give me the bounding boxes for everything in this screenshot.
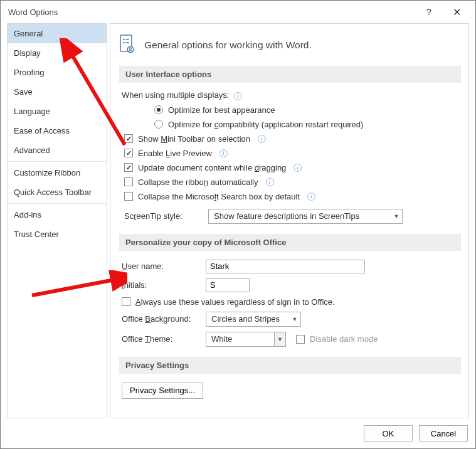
dialog-footer: OK Cancel [1, 418, 475, 448]
info-icon[interactable] [219, 149, 228, 157]
checkbox-icon [124, 192, 133, 201]
multi-displays-label: When using multiple displays: [122, 89, 461, 103]
checkbox-icon [124, 163, 133, 172]
checkbox-icon [124, 149, 133, 157]
sidebar-item-customize-ribbon[interactable]: Customize Ribbon [8, 163, 107, 182]
radio-icon [154, 120, 163, 129]
sidebar-item-save[interactable]: Save [8, 82, 107, 102]
close-button[interactable]: ✕ [443, 2, 470, 22]
username-label: User name: [122, 261, 201, 271]
sidebar-item-ease-of-access[interactable]: Ease of Access [8, 121, 107, 140]
word-options-dialog: Word Options ? ✕ General Display Proofin… [0, 0, 476, 449]
sidebar-item-proofing[interactable]: Proofing [8, 63, 107, 82]
check-live-preview[interactable]: Enable Live Preview [122, 146, 461, 161]
info-icon[interactable] [307, 193, 315, 201]
sidebar-item-advanced[interactable]: Advanced [8, 140, 107, 160]
sidebar-item-add-ins[interactable]: Add-ins [8, 205, 107, 224]
initials-input[interactable] [206, 278, 250, 292]
chevron-down-icon: ▼ [391, 209, 402, 223]
info-icon[interactable] [234, 92, 242, 100]
ok-button[interactable]: OK [364, 425, 413, 441]
checkbox-icon [124, 177, 133, 186]
disable-dark-label: Disable dark mode [310, 334, 378, 344]
office-background-label: Office Background: [122, 314, 201, 324]
privacy-settings-button[interactable]: Privacy Settings... [122, 383, 203, 399]
section-personalize: Personalize your copy of Microsoft Offic… [119, 234, 461, 251]
username-input[interactable] [206, 260, 365, 273]
header-text: General options for working with Word. [144, 40, 312, 51]
radio-optimize-compatibility[interactable]: Optimize for compatibility (application … [122, 117, 461, 132]
sidebar-item-quick-access-toolbar[interactable]: Quick Access Toolbar [8, 182, 107, 202]
check-always-use[interactable]: Always use these values regardless of si… [119, 295, 461, 309]
office-theme-label: Office Theme: [122, 334, 201, 344]
section-ui-options: User Interface options [119, 66, 461, 83]
sidebar-separator [8, 161, 107, 162]
check-collapse-search[interactable]: Collapse the Microsoft Search box by def… [122, 189, 461, 204]
check-drag-update[interactable]: Update document content while dragging [122, 161, 461, 175]
svg-point-3 [123, 42, 125, 44]
screentip-label: ScreenTip style: [124, 211, 203, 221]
titlebar: Word Options ? ✕ [1, 1, 475, 23]
screentip-style-combo[interactable]: Show feature descriptions in ScreenTips … [208, 209, 403, 224]
title-text: Word Options [8, 8, 415, 17]
chevron-down-icon: ▼ [289, 312, 300, 326]
office-theme-combo[interactable]: White ▼ [206, 332, 286, 347]
sidebar-item-language[interactable]: Language [8, 102, 107, 121]
sidebar-separator [8, 203, 107, 204]
radio-icon [154, 105, 163, 114]
info-icon[interactable] [258, 135, 266, 143]
office-background-combo[interactable]: Circles and Stripes ▼ [206, 312, 301, 327]
check-collapse-ribbon[interactable]: Collapse the ribbon automatically [122, 175, 461, 189]
help-button[interactable]: ? [415, 2, 443, 22]
check-mini-toolbar[interactable]: Show Mini Toolbar on selection [122, 132, 461, 146]
options-icon [119, 34, 137, 56]
checkbox-icon [296, 335, 305, 344]
initials-label: Initials: [122, 280, 201, 290]
sidebar-item-display[interactable]: Display [8, 43, 107, 63]
info-icon[interactable] [294, 164, 302, 172]
info-icon[interactable] [266, 178, 274, 186]
checkbox-icon [122, 297, 130, 306]
svg-point-1 [123, 39, 125, 41]
sidebar: General Display Proofing Save Language E… [7, 23, 107, 418]
radio-optimize-appearance[interactable]: Optimize for best appearance [122, 103, 461, 117]
section-privacy: Privacy Settings [119, 357, 461, 374]
chevron-down-icon: ▼ [274, 332, 285, 346]
sidebar-item-general[interactable]: General [8, 24, 107, 43]
cancel-button[interactable]: Cancel [419, 425, 468, 441]
content-panel: General options for working with Word. U… [110, 23, 469, 418]
sidebar-item-trust-center[interactable]: Trust Center [8, 224, 107, 244]
checkbox-icon [124, 134, 133, 143]
